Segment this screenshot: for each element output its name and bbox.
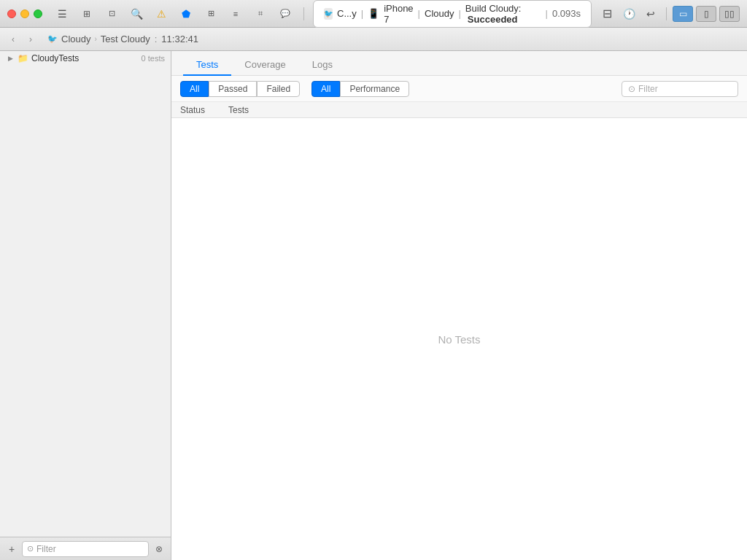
filter-icon: ⊙ bbox=[27, 544, 34, 553]
filter-performance-button[interactable]: Performance bbox=[340, 81, 409, 97]
swift-icon: 🐦 bbox=[324, 8, 333, 20]
title-separator1: | bbox=[361, 8, 363, 19]
library-icon[interactable]: ⊡ bbox=[102, 4, 121, 23]
filter-all-type-button[interactable]: All bbox=[311, 81, 340, 97]
clock-icon[interactable]: 🕐 bbox=[619, 4, 638, 23]
sidebar-filter-input[interactable]: ⊙ Filter bbox=[22, 541, 149, 557]
title-separator3: | bbox=[546, 8, 548, 19]
nav-back-icon[interactable]: ↩ bbox=[641, 4, 660, 23]
tab-coverage[interactable]: Coverage bbox=[231, 55, 298, 76]
nav-back-button[interactable]: ‹ bbox=[6, 32, 20, 47]
close-button[interactable] bbox=[7, 9, 16, 18]
sidebar-item-cloudytests[interactable]: ▶ 📁 CloudyTests 0 tests bbox=[0, 51, 171, 66]
nav-forward-button[interactable]: › bbox=[23, 32, 38, 47]
title-bar: ☰ ⊞ ⊡ 🔍 ⚠ ⬟ ⊞ ≡ ⌗ 💬 🐦 C...y | 📱 iPhone 7… bbox=[0, 0, 747, 28]
traffic-lights bbox=[7, 9, 42, 18]
swift-breadcrumb-icon: 🐦 bbox=[47, 34, 58, 45]
sidebar-filter-placeholder: Filter bbox=[36, 544, 56, 554]
title-separator2: | bbox=[418, 8, 420, 19]
sidebar-content: ▶ 📁 CloudyTests 0 tests bbox=[0, 51, 171, 537]
sidebar-item-label: CloudyTests bbox=[31, 53, 139, 63]
sidebar-settings-button[interactable]: ⊗ bbox=[152, 542, 166, 556]
standard-editor-button[interactable]: ▭ bbox=[673, 6, 693, 22]
comment-icon[interactable]: 💬 bbox=[276, 4, 295, 23]
sidebar: ▶ 📁 CloudyTests 0 tests + ⊙ Filter ⊗ bbox=[0, 51, 171, 560]
breadcrumb-timestamp: 11:32:41 bbox=[161, 34, 198, 44]
filter-failed-button[interactable]: Failed bbox=[257, 81, 300, 97]
filter-row: All Passed Failed All Performance ⊙ Filt… bbox=[171, 76, 747, 102]
folder-icon: 📁 bbox=[18, 53, 28, 63]
tabs-bar: Tests Coverage Logs bbox=[171, 51, 747, 76]
empty-state-message: No Tests bbox=[438, 333, 480, 346]
sidebar-item-count: 0 tests bbox=[142, 54, 165, 63]
filter-placeholder: Filter bbox=[638, 84, 658, 94]
tab-logs[interactable]: Logs bbox=[299, 55, 346, 76]
breadcrumb-chevron: › bbox=[94, 35, 96, 43]
list-icon[interactable]: ≡ bbox=[226, 4, 245, 23]
build-status-label: | bbox=[458, 8, 460, 19]
breadcrumb-sep: : bbox=[155, 34, 158, 44]
link-icon[interactable]: ⌗ bbox=[251, 4, 270, 23]
filter-search-input[interactable]: ⊙ Filter bbox=[622, 81, 738, 97]
title-center: 🐦 C...y | 📱 iPhone 7 | Cloudy | Build Cl… bbox=[313, 0, 592, 28]
col-header-status: Status bbox=[180, 105, 217, 115]
panel-toggle-left[interactable]: ☰ bbox=[53, 4, 71, 23]
add-file-icon[interactable]: ⊞ bbox=[77, 4, 96, 23]
empty-state: No Tests bbox=[171, 118, 747, 560]
col-header-tests: Tests bbox=[228, 105, 738, 115]
warning-icon[interactable]: ⚠ bbox=[152, 4, 171, 23]
build-time: 0.093s bbox=[552, 8, 581, 19]
breadcrumb-scheme: Cloudy bbox=[61, 34, 90, 44]
toolbar: ‹ › 🐦 Cloudy › Test Cloudy : 11:32:41 bbox=[0, 28, 747, 51]
environment-icon[interactable]: ⊞ bbox=[201, 4, 220, 23]
scheme-name: Cloudy bbox=[425, 8, 454, 19]
app-abbreviation: C...y bbox=[337, 8, 357, 19]
device-name: iPhone 7 bbox=[384, 3, 413, 25]
filter-passed-button[interactable]: Passed bbox=[209, 81, 257, 97]
result-filter-group: All Passed Failed bbox=[180, 81, 300, 97]
disclosure-triangle-icon[interactable]: ▶ bbox=[6, 54, 15, 63]
version-editor-button[interactable]: ▯▯ bbox=[719, 6, 740, 22]
sep2 bbox=[666, 7, 667, 20]
main-layout: ▶ 📁 CloudyTests 0 tests + ⊙ Filter ⊗ Tes… bbox=[0, 51, 747, 560]
line-grid-icon[interactable]: ⊟ bbox=[597, 4, 616, 23]
maximize-button[interactable] bbox=[34, 9, 42, 18]
separator bbox=[303, 7, 304, 20]
build-status-text: Build Cloudy: Succeeded bbox=[465, 3, 541, 25]
tab-tests[interactable]: Tests bbox=[183, 55, 231, 76]
minimize-button[interactable] bbox=[20, 9, 29, 18]
search-filter-icon: ⊙ bbox=[628, 84, 635, 94]
search-icon[interactable]: 🔍 bbox=[127, 4, 146, 23]
content-area: Tests Coverage Logs All Passed Failed Al… bbox=[171, 51, 747, 560]
add-test-button[interactable]: + bbox=[4, 542, 19, 556]
assistant-editor-button[interactable]: ▯ bbox=[696, 6, 716, 22]
device-icon: 📱 bbox=[368, 8, 379, 19]
sidebar-footer: + ⊙ Filter ⊗ bbox=[0, 537, 171, 560]
type-filter-group: All Performance bbox=[311, 81, 409, 97]
filter-all-button[interactable]: All bbox=[180, 81, 209, 97]
toolbar-right: ⊟ 🕐 ↩ ▭ ▯ ▯▯ bbox=[597, 4, 740, 23]
breadcrumb: 🐦 Cloudy › Test Cloudy : 11:32:41 bbox=[47, 34, 198, 45]
column-headers: Status Tests bbox=[171, 102, 747, 118]
breakpoint-icon[interactable]: ⬟ bbox=[177, 4, 196, 23]
scheme-selector[interactable]: 🐦 C...y | 📱 iPhone 7 | Cloudy | Build Cl… bbox=[313, 0, 592, 28]
breadcrumb-page: Test Cloudy bbox=[101, 34, 150, 44]
